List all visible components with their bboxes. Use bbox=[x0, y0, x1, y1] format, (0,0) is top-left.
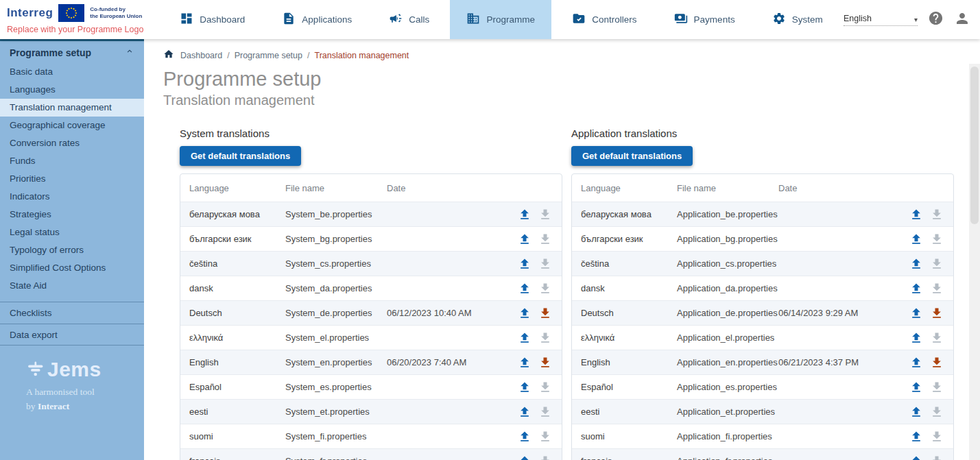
programme-logo: Interreg Co-funded by the European Union… bbox=[0, 0, 159, 39]
language-cell: ελληνικά bbox=[189, 332, 285, 343]
upload-icon[interactable] bbox=[518, 331, 531, 345]
table-row: Español Application_es.properties bbox=[572, 374, 953, 399]
file-name-cell: Application_bg.properties bbox=[677, 234, 778, 244]
home-icon[interactable] bbox=[163, 49, 176, 62]
nav-payments[interactable]: Payments bbox=[658, 0, 752, 39]
table-row: English System_en.properties 06/20/2023 … bbox=[180, 350, 562, 374]
download-icon[interactable] bbox=[538, 306, 552, 320]
account-icon[interactable] bbox=[954, 10, 970, 29]
main-navigation: Dashboard Applications Calls Programme C… bbox=[159, 0, 844, 39]
upload-icon[interactable] bbox=[518, 430, 531, 444]
sidebar-item-checklists[interactable]: Checklists bbox=[0, 302, 144, 324]
file-name-cell: System_da.properties bbox=[285, 283, 387, 293]
upload-icon[interactable] bbox=[909, 356, 923, 370]
breadcrumb-programme-setup[interactable]: Programme setup bbox=[235, 51, 310, 60]
sidebar-menu: Basic dataLanguagesTranslation managemen… bbox=[0, 63, 144, 346]
nav-applications[interactable]: Applications bbox=[265, 0, 368, 39]
sidebar-item-simplified-cost-options[interactable]: Simplified Cost Options bbox=[0, 259, 144, 277]
language-dropdown[interactable]: English ▾ bbox=[844, 14, 918, 26]
scrollbar-thumb[interactable] bbox=[970, 66, 979, 224]
download-icon bbox=[930, 331, 944, 345]
language-cell: eesti bbox=[581, 407, 677, 417]
table-row: ελληνικά System_el.properties bbox=[180, 325, 562, 350]
file-name-cell: System_en.properties bbox=[285, 357, 387, 367]
file-name-cell: System_fr.properties bbox=[285, 456, 387, 460]
sidebar-item-legal-status[interactable]: Legal status bbox=[0, 223, 144, 241]
upload-icon[interactable] bbox=[909, 380, 923, 394]
upload-icon[interactable] bbox=[909, 306, 923, 320]
sidebar-item-data-export[interactable]: Data export bbox=[0, 324, 144, 346]
nav-system[interactable]: System bbox=[756, 0, 839, 39]
upload-icon[interactable] bbox=[518, 306, 531, 320]
get-default-translations-button[interactable]: Get default translations bbox=[180, 146, 301, 166]
sidebar-item-priorities[interactable]: Priorities bbox=[0, 170, 144, 188]
download-icon[interactable] bbox=[538, 356, 552, 370]
file-name-cell: Application_fr.properties bbox=[677, 456, 778, 460]
sidebar-item-translation-management[interactable]: Translation management bbox=[0, 99, 144, 117]
sidebar-item-funds[interactable]: Funds bbox=[0, 152, 144, 170]
upload-icon[interactable] bbox=[909, 331, 923, 345]
help-icon[interactable] bbox=[928, 10, 944, 29]
language-cell: ελληνικά bbox=[581, 332, 677, 343]
file-name-cell: System_el.properties bbox=[285, 332, 387, 343]
application-translations-table: Language File name Date беларуская мова … bbox=[571, 173, 954, 460]
breadcrumb-dashboard[interactable]: Dashboard bbox=[180, 51, 230, 60]
date-cell: 06/20/2023 7:40 AM bbox=[387, 357, 490, 367]
upload-icon[interactable] bbox=[518, 380, 531, 394]
sidebar-item-indicators[interactable]: Indicators bbox=[0, 188, 144, 206]
file-name-cell: System_de.properties bbox=[285, 308, 387, 318]
system-translations-table: Language File name Date беларуская мова … bbox=[180, 173, 562, 460]
column-language: Language bbox=[189, 183, 285, 193]
upload-icon[interactable] bbox=[518, 356, 531, 370]
language-cell: dansk bbox=[189, 283, 285, 293]
language-cell: čeština bbox=[189, 258, 285, 269]
sidebar-item-typology-of-errors[interactable]: Typology of errors bbox=[0, 241, 144, 259]
sidebar-item-conversion-rates[interactable]: Conversion rates bbox=[0, 134, 144, 152]
application-translations-title: Application translations bbox=[571, 128, 954, 139]
table-row: suomi Application_fi.properties bbox=[572, 424, 953, 448]
download-icon bbox=[930, 257, 944, 271]
file-name-cell: System_cs.properties bbox=[285, 258, 387, 269]
sidebar-section-header[interactable]: Programme setup bbox=[0, 41, 144, 63]
table-row: čeština Application_cs.properties bbox=[572, 251, 953, 276]
page-title: Programme setup bbox=[163, 68, 980, 90]
upload-icon[interactable] bbox=[518, 257, 531, 271]
nav-programme[interactable]: Programme bbox=[450, 0, 551, 39]
vertical-scrollbar[interactable] bbox=[969, 64, 980, 460]
upload-icon[interactable] bbox=[909, 232, 923, 246]
upload-icon[interactable] bbox=[518, 455, 531, 460]
upload-icon[interactable] bbox=[909, 257, 923, 271]
file-name-cell: Application_de.properties bbox=[677, 308, 778, 318]
table-row: български език System_bg.properties bbox=[180, 226, 562, 251]
upload-icon[interactable] bbox=[909, 430, 923, 444]
sidebar-item-geographical-coverage[interactable]: Geographical coverage bbox=[0, 117, 144, 134]
download-icon bbox=[538, 208, 552, 221]
upload-icon[interactable] bbox=[909, 282, 923, 295]
table-row: eesti Application_et.properties bbox=[572, 399, 953, 424]
language-cell: suomi bbox=[581, 431, 677, 441]
nav-calls[interactable]: Calls bbox=[372, 0, 446, 39]
nav-dashboard[interactable]: Dashboard bbox=[163, 0, 261, 39]
upload-icon[interactable] bbox=[909, 208, 923, 221]
nav-controllers[interactable]: Controllers bbox=[555, 0, 653, 39]
sidebar-item-strategies[interactable]: Strategies bbox=[0, 206, 144, 223]
language-cell: français bbox=[189, 456, 285, 460]
sidebar-item-state-aid[interactable]: State Aid bbox=[0, 277, 144, 295]
upload-icon[interactable] bbox=[518, 232, 531, 246]
upload-icon[interactable] bbox=[909, 455, 923, 460]
sidebar-item-basic-data[interactable]: Basic data bbox=[0, 63, 144, 81]
table-row: беларуская мова System_be.properties bbox=[180, 202, 562, 226]
cofunded-text: Co-funded by the European Union bbox=[90, 6, 142, 20]
upload-icon[interactable] bbox=[518, 405, 531, 419]
download-icon bbox=[538, 232, 552, 246]
download-icon[interactable] bbox=[930, 306, 944, 320]
language-cell: Español bbox=[581, 382, 677, 392]
upload-icon[interactable] bbox=[518, 208, 531, 221]
sidebar-item-languages[interactable]: Languages bbox=[0, 81, 144, 99]
replace-logo-hint: Replace with your Programme Logo bbox=[7, 25, 159, 34]
download-icon[interactable] bbox=[930, 356, 944, 370]
get-default-translations-button[interactable]: Get default translations bbox=[571, 146, 693, 166]
upload-icon[interactable] bbox=[518, 282, 531, 295]
column-file-name: File name bbox=[677, 183, 778, 193]
upload-icon[interactable] bbox=[909, 405, 923, 419]
